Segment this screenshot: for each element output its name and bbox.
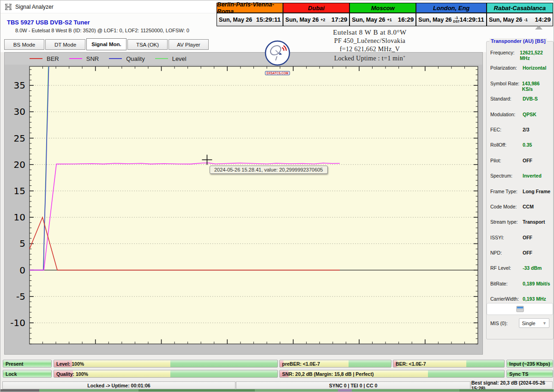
chart-tooltip: 2024-05-26 15.28.41, value: 20,299999237… [210, 166, 328, 174]
taskbar-sliver [0, 389, 554, 392]
indicator-box-input-235-kbps-: Input (~235 Kbps) [506, 360, 553, 368]
clock-city-4: Rabat-CasablancaSun, May 26-114:29 [487, 3, 553, 26]
transponder-row-7: Pilot:OFF [490, 158, 551, 173]
transponder-label: Polarization: [490, 65, 523, 71]
world-clock-panel: Berlin-Paris-Vienna-RomaSun, May 2615:29… [217, 3, 553, 26]
tab-signal-mon[interactable]: Signal Mon. [86, 38, 126, 50]
transponder-row-1: Polarization:Horizontal [490, 65, 551, 80]
svg-text:10: 10 [14, 212, 25, 223]
transponder-row-5: FEC:2/3 [490, 127, 551, 142]
transponder-panel-title: Transponder (AU) [BS] [489, 38, 547, 44]
transponder-value: 12621,522 MHz [520, 50, 551, 61]
transponder-row-8: Spectrum:Inverted [490, 173, 551, 188]
transponder-label: RF Level: [490, 265, 523, 271]
transponder-value: 143,986 KS/s [522, 81, 551, 92]
indicator-bar-preber: preBER: <1.0E-7 [279, 360, 391, 368]
transponder-row-6: RollOff:0.35 [490, 142, 551, 157]
tab-bs-mode[interactable]: BS Mode [4, 39, 44, 50]
transponder-row-12: ISSYI:OFF [490, 235, 551, 250]
mis-selected-value: Single [522, 321, 535, 326]
transponder-label: Pilot: [490, 158, 523, 163]
satellite-dish-icon [265, 40, 290, 66]
svg-text:15: 15 [14, 185, 25, 196]
mis-dropdown[interactable]: Single ▼ [519, 318, 549, 328]
transport-list-button[interactable] [487, 303, 553, 315]
transponder-label: Stream type: [490, 219, 523, 225]
transponder-value: 0,189 Mbit/s [523, 281, 550, 286]
transponder-row-0: Frequency:12621,522 MHz [490, 50, 551, 65]
transponder-value: OFF [523, 250, 532, 255]
tab-av-player[interactable]: AV Player [169, 39, 209, 50]
indicator-bar-quality: Quality: 100% [54, 370, 278, 378]
transponder-value: CCM [523, 204, 534, 209]
transponder-row-15: BitRate:0,189 Mbit/s [490, 281, 551, 296]
status-sync-counters: SYNC 0 | TEI 0 | CC 0 [236, 381, 470, 389]
clock-city-0: Berlin-Paris-Vienna-RomaSun, May 2615:29… [217, 3, 283, 26]
status-uptime: Locked -> Uptime: 00:01:06 [2, 381, 235, 389]
svg-text:20: 20 [14, 159, 25, 170]
indicator-bar-snr: SNR: 20,2 dB (Margin: 15,8 dB | Perfect) [279, 370, 505, 378]
signal-plot[interactable]: -10-505101520253035 [5, 53, 482, 355]
logo-caption: DXSATCS.COM [265, 71, 290, 75]
transponder-value: 0.35 [523, 142, 532, 148]
svg-text:0: 0 [19, 265, 25, 276]
indicator-box-present: Present [3, 360, 52, 368]
clock-city-name: Moscow [350, 3, 416, 13]
transponder-row-3: Standard:DVB-S [490, 96, 551, 111]
transponder-row-4: Modulation:QPSK [490, 112, 551, 127]
indicator-bar-ber: BER: <1.0E-7 [393, 360, 505, 368]
transponder-panel: Transponder (AU) [BS] Frequency:12621,52… [486, 41, 554, 339]
transponder-label: ISSYI: [490, 235, 523, 240]
satellite-name: Eutelsat 8 W B at 8.0°W [287, 29, 453, 36]
transponder-label: Code Mode: [490, 204, 523, 209]
transponder-value: Inverted [523, 173, 542, 178]
tab-dt-mode[interactable]: DT Mode [45, 39, 85, 50]
transponder-value: QPSK [523, 112, 536, 117]
svg-text:25: 25 [14, 133, 25, 144]
clock-city-time: Sun, May 26+217:29 [283, 13, 349, 26]
transponder-label: CarrierWidth: [490, 296, 523, 302]
clock-city-time: Sun, May 26-114:29 [487, 13, 553, 26]
clock-city-2: MoscowSun, May 26+116:29 [350, 3, 416, 26]
window-title: Signal Analyzer [15, 4, 54, 10]
transponder-label: NPD: [490, 250, 523, 255]
clock-city-time: Sun, May 2615:29:11 [217, 13, 283, 26]
dxsatcs-logo: DXSATCS.COM [263, 40, 292, 76]
transponder-value: -33 dBm [523, 265, 542, 271]
transponder-label: FEC: [490, 127, 523, 132]
site-name: PF 450_Lučenec/Slovakia [287, 37, 453, 45]
transponder-row-10: Code Mode:CCM [490, 204, 551, 219]
svg-text:5: 5 [19, 238, 25, 249]
svg-text:-5: -5 [16, 291, 25, 302]
satellite-info: Eutelsat 8 W B at 8.0°W PF 450_Lučenec/S… [287, 29, 453, 62]
transponder-rows: Frequency:12621,522 MHzPolarization:Hori… [490, 50, 551, 312]
transponder-value: DVB-S [523, 96, 538, 101]
svg-text:-10: -10 [10, 317, 25, 328]
clock-city-time: Sun, May 26+116:29 [350, 13, 416, 26]
frequency-line: f=12 621,662 MHz_V [287, 46, 453, 53]
mis-label: MIS (0): [490, 321, 519, 326]
tab-tsa[interactable]: TSA (OK) [127, 39, 168, 50]
mis-row: MIS (0): Single ▼ [490, 318, 549, 328]
transponder-row-14: RF Level:-33 dBm [490, 265, 551, 280]
clock-city-1: DubaiSun, May 26+217:29 [283, 3, 350, 26]
transponder-value: Transport [523, 219, 545, 225]
transponder-value: OFF [523, 235, 532, 240]
transponder-label: Standard: [490, 96, 523, 101]
signal-chart-panel[interactable]: BER SNR Quality Level -10-50510152025303… [4, 52, 483, 355]
clock-city-time: Sun, May 26-1DST14:29:11 [416, 13, 486, 26]
clock-city-name: Rabat-Casablanca [487, 3, 553, 13]
svg-text:35: 35 [14, 80, 25, 91]
status-best-signal: Best signal: 20,3 dB (2024-05-26 15:28) [471, 381, 553, 389]
tab-bar: BS Mode DT Mode Signal Mon. TSA (OK) AV … [4, 39, 209, 50]
tuner-name: TBS 5927 USB DVB-S2 Tuner [7, 19, 90, 26]
transponder-row-11: Stream type:Transport [490, 219, 551, 234]
chevron-down-icon: ▼ [542, 321, 547, 326]
transponder-label: RollOff: [490, 142, 523, 148]
clock-city-name: Dubai [283, 3, 349, 13]
clock-city-name: Berlin-Paris-Vienna-Roma [217, 3, 283, 13]
transponder-value: Long Frame [523, 189, 550, 194]
locked-uptime-line: Locked Uptime : t=1 min+ [287, 54, 453, 62]
transponder-value: 0,193 MHz [523, 296, 546, 302]
transponder-value: OFF [523, 158, 532, 163]
